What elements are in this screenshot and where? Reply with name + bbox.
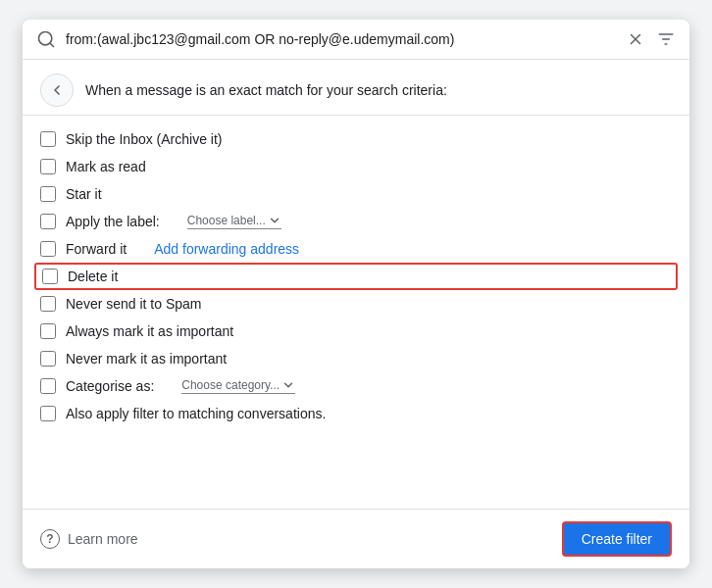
choose-label-text: Choose label... bbox=[187, 214, 266, 227]
dialog-footer: ? Learn more Create filter bbox=[23, 509, 689, 568]
back-section: When a message is an exact match for you… bbox=[23, 60, 689, 116]
back-description: When a message is an exact match for you… bbox=[85, 82, 447, 98]
never-important-label: Never mark it as important bbox=[66, 351, 227, 367]
svg-line-1 bbox=[50, 43, 54, 47]
delete-it-checkbox[interactable] bbox=[42, 269, 58, 284]
categorise-as-text: Categorise as: bbox=[66, 378, 154, 394]
filter-row-categorise: Categorise as: Choose category... bbox=[40, 372, 672, 400]
star-it-checkbox[interactable] bbox=[40, 186, 56, 202]
filter-row-apply-matching: Also apply filter to matching conversati… bbox=[40, 400, 672, 427]
skip-inbox-checkbox[interactable] bbox=[40, 131, 56, 147]
apply-filter-checkbox[interactable] bbox=[40, 406, 56, 421]
back-button[interactable] bbox=[40, 74, 74, 107]
search-icon bbox=[36, 29, 56, 49]
choose-category-text: Choose category... bbox=[181, 378, 280, 392]
apply-label-text: Apply the label: bbox=[66, 214, 160, 229]
always-important-checkbox[interactable] bbox=[40, 323, 56, 339]
forward-it-checkbox[interactable] bbox=[40, 241, 56, 257]
filter-dialog: from:(awal.jbc123@gmail.com OR no-reply@… bbox=[23, 20, 689, 568]
search-action-icons bbox=[627, 29, 676, 49]
choose-label-dropdown[interactable]: Choose label... bbox=[187, 214, 281, 229]
always-important-label: Always mark it as important bbox=[66, 323, 233, 339]
forward-it-label: Forward it bbox=[66, 241, 127, 257]
never-spam-label: Never send it to Spam bbox=[66, 296, 202, 312]
help-icon[interactable]: ? bbox=[40, 529, 60, 549]
filter-row-never-important: Never mark it as important bbox=[40, 345, 672, 372]
filter-row-star: Star it bbox=[40, 180, 672, 208]
filter-options-icon[interactable] bbox=[656, 29, 676, 49]
learn-more-link[interactable]: Learn more bbox=[68, 531, 138, 547]
categorise-as-checkbox[interactable] bbox=[40, 378, 56, 394]
filter-row-forward: Forward it Add forwarding address bbox=[40, 235, 672, 263]
apply-label-checkbox[interactable] bbox=[40, 214, 56, 229]
filter-row-apply-label: Apply the label: Choose label... bbox=[40, 208, 672, 235]
filter-options-list: Skip the Inbox (Archive it) Mark as read… bbox=[23, 116, 689, 509]
skip-inbox-label: Skip the Inbox (Archive it) bbox=[66, 131, 223, 147]
close-icon[interactable] bbox=[627, 30, 644, 48]
choose-category-dropdown[interactable]: Choose category... bbox=[181, 378, 295, 394]
apply-filter-label: Also apply filter to matching conversati… bbox=[66, 406, 326, 421]
search-bar: from:(awal.jbc123@gmail.com OR no-reply@… bbox=[23, 20, 689, 60]
filter-row-delete: Delete it bbox=[34, 263, 678, 290]
search-query: from:(awal.jbc123@gmail.com OR no-reply@… bbox=[66, 31, 617, 47]
filter-row-skip-inbox: Skip the Inbox (Archive it) bbox=[40, 125, 672, 153]
never-important-checkbox[interactable] bbox=[40, 351, 56, 367]
mark-as-read-label: Mark as read bbox=[66, 159, 146, 174]
never-spam-checkbox[interactable] bbox=[40, 296, 56, 312]
filter-row-mark-read: Mark as read bbox=[40, 153, 672, 180]
mark-as-read-checkbox[interactable] bbox=[40, 159, 56, 174]
filter-row-always-important: Always mark it as important bbox=[40, 318, 672, 345]
footer-left: ? Learn more bbox=[40, 529, 138, 549]
filter-row-never-spam: Never send it to Spam bbox=[40, 290, 672, 318]
star-it-label: Star it bbox=[66, 186, 102, 202]
create-filter-button[interactable]: Create filter bbox=[562, 521, 672, 557]
add-forwarding-address-link[interactable]: Add forwarding address bbox=[154, 241, 299, 257]
delete-it-label: Delete it bbox=[68, 269, 118, 284]
